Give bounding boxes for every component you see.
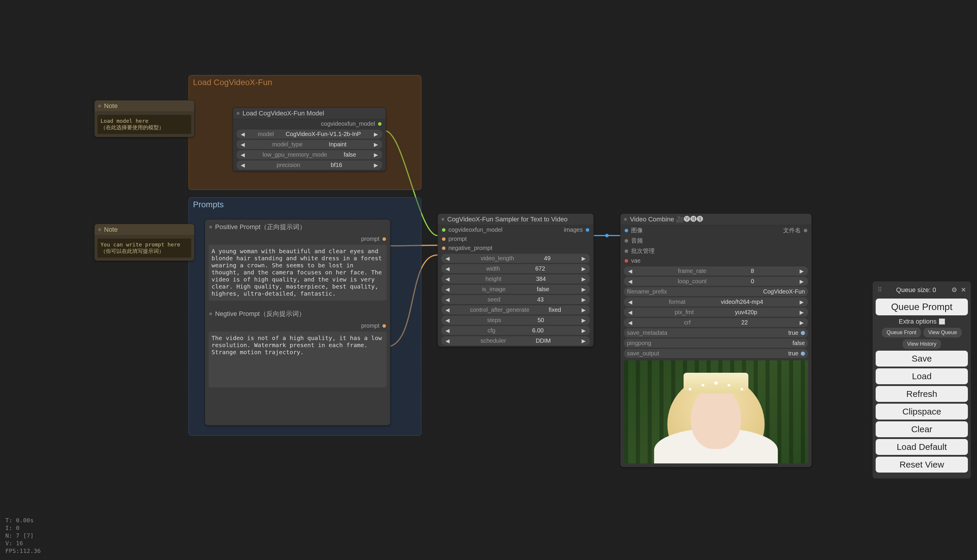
note1-body[interactable]: Load model here （在此选择要使用的模型） bbox=[97, 115, 191, 134]
param-control-after-generate[interactable]: ◀control_after_generatefixed▶ bbox=[441, 305, 590, 315]
group-prompts-title: Prompts bbox=[189, 198, 421, 212]
load-default-button[interactable]: Load Default bbox=[876, 439, 968, 455]
node-video-combine[interactable]: Video Combine 🎥🅥🅗🅢 图像 文件名 音频 批次管理 vae ◀f… bbox=[620, 213, 812, 467]
node-collapse-icon[interactable] bbox=[98, 105, 101, 107]
group-load-title: Load CogVideoX-Fun bbox=[189, 75, 421, 90]
node-collapse-icon[interactable] bbox=[624, 218, 627, 221]
stat-i: I: 0 bbox=[5, 524, 41, 532]
reset-view-button[interactable]: Reset View bbox=[876, 457, 968, 473]
in-image-port[interactable] bbox=[625, 229, 628, 232]
node-collapse-icon[interactable] bbox=[209, 312, 212, 315]
param-pix-fmt[interactable]: ◀pix_fmtyuv420p▶ bbox=[624, 308, 808, 317]
in-prompt-port[interactable] bbox=[442, 237, 446, 241]
node-collapse-icon[interactable] bbox=[237, 112, 239, 115]
node-collapse-icon[interactable] bbox=[441, 218, 444, 221]
in-cogvideoxfun-model-label: cogvideoxfun_model bbox=[448, 227, 502, 233]
param-format[interactable]: ◀formatvideo/h264-mp4▶ bbox=[624, 297, 808, 307]
combine-title: Video Combine 🎥🅥🅗🅢 bbox=[630, 215, 703, 223]
svg-point-0 bbox=[605, 234, 609, 237]
in-negative-prompt-label: negative_prompt bbox=[448, 245, 492, 252]
negative-prompt-textbox[interactable]: The video is not of a high quality, it h… bbox=[209, 332, 387, 387]
param-model[interactable]: ◀modelCogVideoX-Fun-V1.1-2b-InP▶ bbox=[237, 130, 382, 139]
param-seed[interactable]: ◀seed43▶ bbox=[441, 295, 590, 304]
param-precision[interactable]: ◀precisionbf16▶ bbox=[237, 160, 382, 170]
view-queue-button[interactable]: View Queue bbox=[924, 328, 962, 337]
node-prompts[interactable]: Positive Prompt（正向提示词） prompt A young wo… bbox=[205, 219, 391, 425]
in-vae-label: vae bbox=[631, 257, 641, 264]
load-model-title: Load CogVideoX-Fun Model bbox=[242, 110, 324, 117]
param-filename-prefix[interactable]: filename_prefixCogVideoX-Fun bbox=[624, 287, 808, 296]
control-panel[interactable]: ⠿ Queue size: 0 ⚙ ✕ Queue Prompt Extra o… bbox=[872, 281, 971, 479]
negative-prompt-title: Negtive Prompt（反向提示词） bbox=[215, 310, 305, 318]
in-audio-label: 音频 bbox=[631, 237, 643, 245]
node-collapse-icon[interactable] bbox=[98, 228, 101, 231]
param-save-metadata[interactable]: save_metadatatrue bbox=[624, 328, 808, 337]
out-cogvideoxfun-model-label: cogvideoxfun_model bbox=[321, 120, 375, 127]
extra-options-checkbox[interactable] bbox=[939, 318, 945, 325]
positive-prompt-textbox[interactable]: A young woman with beautiful and clear e… bbox=[209, 245, 387, 301]
note2-body[interactable]: You can write prompt here （你可以在此填写提示词） bbox=[97, 238, 191, 258]
param-steps[interactable]: ◀steps50▶ bbox=[441, 316, 590, 325]
in-prompt-label: prompt bbox=[448, 235, 467, 242]
sampler-title: CogVideoX-Fun Sampler for Text to Video bbox=[447, 215, 568, 223]
note-load-model[interactable]: Note Load model here （在此选择要使用的模型） bbox=[94, 100, 194, 137]
stat-n: N: 7 [7] bbox=[5, 532, 41, 539]
param-height[interactable]: ◀height384▶ bbox=[441, 274, 590, 283]
out-positive-prompt-label: prompt bbox=[361, 235, 379, 242]
param-frame-rate[interactable]: ◀frame_rate8▶ bbox=[624, 267, 808, 276]
param-save-output[interactable]: save_outputtrue bbox=[624, 349, 808, 358]
queue-size-label: Queue size: 0 bbox=[896, 286, 936, 294]
in-negative-prompt-port[interactable] bbox=[442, 247, 446, 250]
stat-t: T: 0.00s bbox=[5, 517, 41, 524]
in-cogvideoxfun-model-port[interactable] bbox=[442, 228, 446, 232]
view-history-button[interactable]: View History bbox=[902, 339, 941, 349]
save-button[interactable]: Save bbox=[876, 351, 968, 367]
stat-v: V: 16 bbox=[5, 539, 41, 547]
video-preview[interactable] bbox=[624, 360, 808, 463]
drag-handle-icon[interactable]: ⠿ bbox=[877, 286, 883, 294]
node-collapse-icon[interactable] bbox=[209, 225, 212, 228]
node-cogvideox-fun-sampler[interactable]: CogVideoX-Fun Sampler for Text to Video … bbox=[438, 213, 594, 347]
refresh-button[interactable]: Refresh bbox=[876, 386, 968, 402]
param-model-type[interactable]: ◀model_typeInpaint▶ bbox=[237, 140, 382, 149]
out-file-port[interactable] bbox=[804, 229, 807, 232]
clear-button[interactable]: Clear bbox=[876, 421, 968, 437]
param-scheduler[interactable]: ◀schedulerDDIM▶ bbox=[441, 336, 590, 345]
perf-stats: T: 0.00s I: 0 N: 7 [7] V: 16 FPS:112.36 bbox=[5, 517, 41, 555]
note1-title: Note bbox=[104, 102, 118, 110]
in-batch-label: 批次管理 bbox=[631, 247, 655, 255]
in-image-label: 图像 bbox=[631, 227, 643, 234]
out-positive-prompt-port[interactable] bbox=[382, 237, 386, 241]
param-crf[interactable]: ◀crf22▶ bbox=[624, 318, 808, 327]
in-audio-port[interactable] bbox=[625, 239, 628, 243]
out-negative-prompt-port[interactable] bbox=[382, 324, 386, 328]
queue-prompt-button[interactable]: Queue Prompt bbox=[876, 298, 968, 315]
stat-fps: FPS:112.36 bbox=[5, 547, 41, 555]
out-images-port[interactable] bbox=[586, 228, 589, 232]
out-images-label: images bbox=[564, 227, 583, 233]
out-negative-prompt-label: prompt bbox=[361, 322, 379, 329]
close-icon[interactable]: ✕ bbox=[961, 286, 966, 293]
param-pingpong[interactable]: pingpongfalse bbox=[624, 338, 808, 348]
load-button[interactable]: Load bbox=[876, 368, 968, 384]
settings-icon[interactable]: ⚙ bbox=[951, 286, 957, 293]
param-low-gpu-memory-mode[interactable]: ◀low_gpu_memory_modefalse▶ bbox=[237, 150, 382, 159]
param-video-length[interactable]: ◀video_length49▶ bbox=[441, 254, 590, 263]
param-is-image[interactable]: ◀is_imagefalse▶ bbox=[441, 285, 590, 294]
out-cogvideoxfun-model-port[interactable] bbox=[378, 122, 382, 126]
positive-prompt-title: Positive Prompt（正向提示词） bbox=[215, 223, 306, 232]
clipspace-button[interactable]: Clipspace bbox=[876, 404, 968, 420]
in-batch-port[interactable] bbox=[625, 249, 628, 253]
node-load-cogvideox-fun-model[interactable]: Load CogVideoX-Fun Model cogvideoxfun_mo… bbox=[233, 107, 386, 171]
out-file-label: 文件名 bbox=[783, 227, 801, 234]
note-prompt[interactable]: Note You can write prompt here （你可以在此填写提… bbox=[94, 224, 194, 261]
extra-options-label: Extra options bbox=[899, 318, 936, 325]
param-loop-count[interactable]: ◀loop_count0▶ bbox=[624, 277, 808, 286]
param-cfg[interactable]: ◀cfg6.00▶ bbox=[441, 326, 590, 335]
param-width[interactable]: ◀width672▶ bbox=[441, 264, 590, 273]
queue-front-button[interactable]: Queue Front bbox=[882, 328, 921, 337]
in-vae-port[interactable] bbox=[625, 259, 628, 263]
note2-title: Note bbox=[104, 226, 118, 233]
